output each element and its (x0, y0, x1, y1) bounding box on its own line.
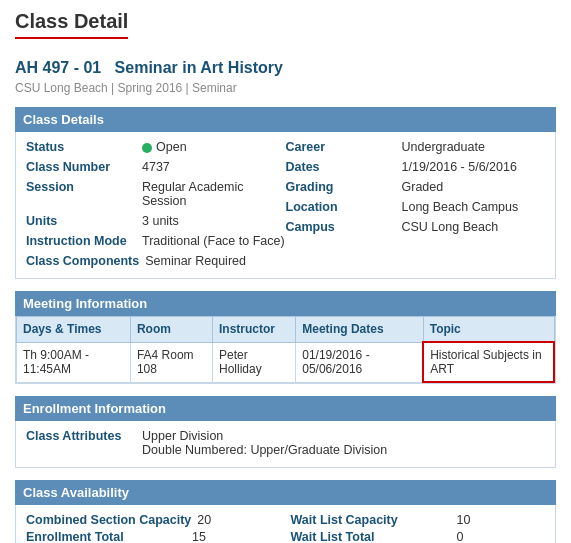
career-label: Career (286, 140, 396, 154)
meeting-topic: Historical Subjects in ART (423, 342, 554, 382)
meeting-info-header: Meeting Information (15, 291, 556, 316)
career-value: Undergraduate (402, 140, 485, 154)
grading-value: Graded (402, 180, 444, 194)
class-details-header: Class Details (15, 107, 556, 132)
waitListTotal-label: Wait List Total (291, 530, 451, 543)
waitListCapacity-value: 10 (457, 513, 471, 527)
col-meeting-dates: Meeting Dates (296, 317, 423, 343)
campus-label: Campus (286, 220, 396, 234)
class-details-section: Class Details Status Open Class Number 4… (15, 107, 556, 279)
classComponents-label: Class Components (26, 254, 139, 268)
meeting-days: Th 9:00AM - 11:45AM (17, 342, 131, 382)
session-value: Regular Academic Session (142, 180, 286, 208)
availability-header: Class Availability (15, 480, 556, 505)
waitListTotal-value: 0 (457, 530, 464, 543)
meeting-instructor: Peter Holliday (212, 342, 295, 382)
units-value: 3 units (142, 214, 179, 228)
course-sub: CSU Long Beach | Spring 2016 | Seminar (15, 81, 556, 95)
units-label: Units (26, 214, 136, 228)
classAttributes-label: Class Attributes (26, 429, 136, 457)
enrollmentTotal-label: Enrollment Total (26, 530, 186, 543)
combinedCapacity-value: 20 (197, 513, 211, 527)
enrollment-header: Enrollment Information (15, 396, 556, 421)
status-open-indicator (142, 143, 152, 153)
classAttributes-value: Upper Division Double Numbered: Upper/Gr… (142, 429, 387, 457)
waitListCapacity-label: Wait List Capacity (291, 513, 451, 527)
meeting-room: FA4 Room 108 (130, 342, 212, 382)
classNumber-label: Class Number (26, 160, 136, 174)
col-topic: Topic (423, 317, 554, 343)
combinedCapacity-label: Combined Section Capacity (26, 513, 191, 527)
enrollment-section: Enrollment Information Class Attributes … (15, 396, 556, 468)
meeting-row: Th 9:00AM - 11:45AM FA4 Room 108 Peter H… (17, 342, 555, 382)
classComponents-value: Seminar Required (145, 254, 246, 268)
instructionMode-label: Instruction Mode (26, 234, 136, 248)
meeting-info-section: Meeting Information Days & Times Room In… (15, 291, 556, 384)
location-value: Long Beach Campus (402, 200, 519, 214)
enrollmentTotal-value: 15 (192, 530, 206, 543)
status-value: Open (142, 140, 187, 154)
location-label: Location (286, 200, 396, 214)
dates-label: Dates (286, 160, 396, 174)
instructionMode-value: Traditional (Face to Face) (142, 234, 285, 248)
col-days: Days & Times (17, 317, 131, 343)
meeting-dates: 01/19/2016 - 05/06/2016 (296, 342, 423, 382)
classNumber-value: 4737 (142, 160, 170, 174)
col-room: Room (130, 317, 212, 343)
campus-value: CSU Long Beach (402, 220, 499, 234)
grading-label: Grading (286, 180, 396, 194)
status-label: Status (26, 140, 136, 154)
session-label: Session (26, 180, 136, 208)
meeting-table: Days & Times Room Instructor Meeting Dat… (16, 316, 555, 383)
col-instructor: Instructor (212, 317, 295, 343)
dates-value: 1/19/2016 - 5/6/2016 (402, 160, 517, 174)
page-title: Class Detail (15, 10, 128, 39)
course-heading: AH 497 - 01 Seminar in Art History (15, 59, 556, 77)
availability-section: Class Availability Combined Section Capa… (15, 480, 556, 543)
